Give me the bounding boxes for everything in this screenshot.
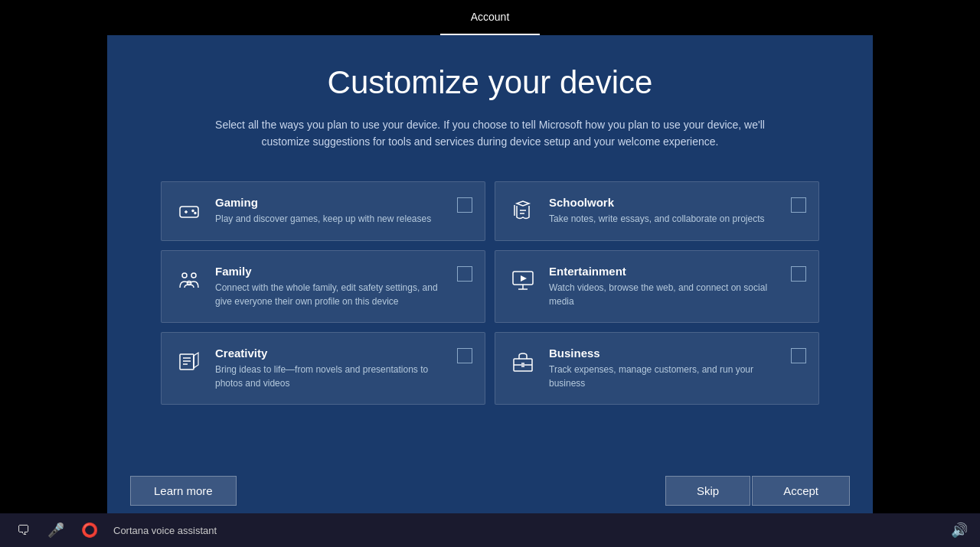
page-title: Customize your device [328, 64, 653, 101]
gaming-text: Gaming Play and discover games, keep up … [215, 196, 446, 226]
gaming-checkbox[interactable] [457, 197, 472, 213]
entertainment-text: Entertainment Watch videos, browse the w… [549, 265, 780, 308]
schoolwork-text: Schoolwork Take notes, write essays, and… [549, 196, 780, 226]
page-subtitle: Select all the ways you plan to use your… [191, 116, 789, 151]
entertainment-title: Entertainment [549, 265, 780, 278]
family-icon [174, 265, 204, 295]
svg-point-3 [192, 210, 194, 211]
family-text: Family Connect with the whole family, ed… [215, 265, 446, 308]
main-panel: Customize your device Select all the way… [107, 34, 873, 513]
taskbar: 🗨 🎤 ⭕ Cortana voice assistant 🔊 [0, 513, 980, 547]
creativity-icon [174, 347, 204, 377]
creativity-desc: Bring ideas to life—from novels and pres… [215, 363, 446, 390]
family-desc: Connect with the whole family, edit safe… [215, 281, 446, 308]
microphone-icon[interactable]: 🎤 [43, 519, 69, 542]
option-family[interactable]: Family Connect with the whole family, ed… [161, 250, 485, 323]
option-gaming[interactable]: Gaming Play and discover games, keep up … [161, 181, 485, 241]
learn-more-button[interactable]: Learn more [130, 476, 237, 506]
volume-icon[interactable]: 🔊 [951, 522, 968, 539]
nav-account[interactable]: Account [440, 0, 541, 35]
schoolwork-icon [508, 196, 538, 226]
gaming-icon [174, 196, 204, 226]
business-desc: Track expenses, manage customers, and ru… [549, 363, 780, 390]
schoolwork-desc: Take notes, write essays, and collaborat… [549, 212, 780, 226]
gaming-desc: Play and discover games, keep up with ne… [215, 212, 446, 226]
creativity-text: Creativity Bring ideas to life—from nove… [215, 347, 446, 390]
svg-point-4 [194, 212, 196, 213]
accept-button[interactable]: Accept [752, 476, 850, 506]
gaming-title: Gaming [215, 196, 446, 209]
business-checkbox[interactable] [791, 348, 806, 363]
right-buttons: Skip Accept [665, 476, 850, 506]
family-title: Family [215, 265, 446, 278]
top-nav: Account [0, 0, 980, 35]
nav-account-label: Account [471, 11, 510, 23]
cortana-label: Cortana voice assistant [113, 525, 217, 536]
options-grid: Gaming Play and discover games, keep up … [161, 181, 819, 405]
entertainment-checkbox[interactable] [791, 266, 806, 282]
svg-marker-13 [521, 275, 527, 282]
family-checkbox[interactable] [457, 266, 472, 282]
option-schoolwork[interactable]: Schoolwork Take notes, write essays, and… [495, 181, 819, 241]
skip-button[interactable]: Skip [665, 476, 750, 506]
option-creativity[interactable]: Creativity Bring ideas to life—from nove… [161, 332, 485, 405]
svg-rect-14 [180, 354, 194, 370]
creativity-title: Creativity [215, 347, 446, 360]
svg-point-8 [191, 273, 196, 278]
bottom-bar: Learn more Skip Accept [107, 467, 873, 513]
feedback-icon[interactable]: 🗨 [12, 519, 35, 542]
svg-point-7 [182, 273, 187, 278]
schoolwork-title: Schoolwork [549, 196, 780, 209]
entertainment-icon [508, 265, 538, 295]
entertainment-desc: Watch videos, browse the web, and connec… [549, 281, 780, 308]
option-business[interactable]: Business Track expenses, manage customer… [495, 332, 819, 405]
business-title: Business [549, 347, 780, 360]
option-entertainment[interactable]: Entertainment Watch videos, browse the w… [495, 250, 819, 323]
business-text: Business Track expenses, manage customer… [549, 347, 780, 390]
schoolwork-checkbox[interactable] [791, 197, 806, 213]
business-icon [508, 347, 538, 377]
cortana-icon[interactable]: ⭕ [77, 519, 103, 542]
creativity-checkbox[interactable] [457, 348, 472, 363]
